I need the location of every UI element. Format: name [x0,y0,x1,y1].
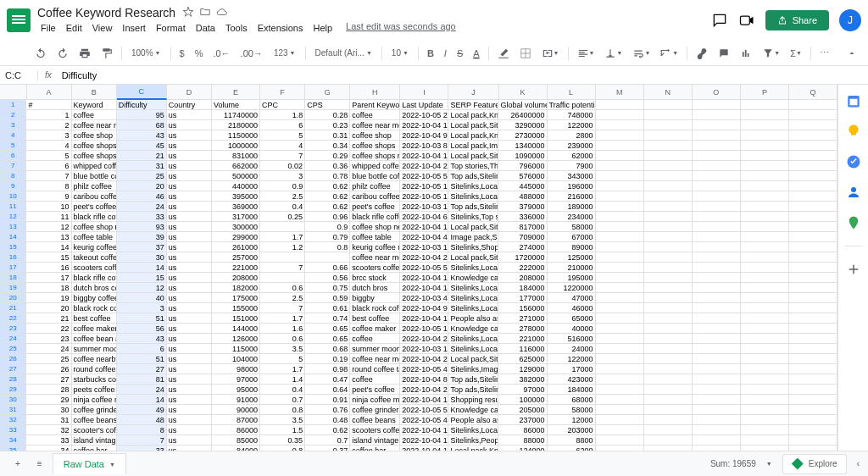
data-cell[interactable]: Top ads,Sitelinks [448,202,498,212]
data-cell[interactable] [305,252,350,263]
data-cell[interactable]: 90000 [212,405,260,415]
data-cell[interactable]: 87000 [212,415,260,425]
data-cell[interactable]: us [167,374,212,385]
data-cell[interactable]: 0.29 [305,151,350,161]
data-cell[interactable]: 6 [260,120,305,130]
percent-button[interactable]: % [191,46,208,61]
data-cell[interactable]: Local pack,Know [448,130,498,141]
data-cell[interactable]: 115000 [212,344,260,354]
data-cell[interactable]: 24000 [548,344,596,354]
data-cell[interactable]: peet's coffee [350,202,400,212]
strike-button[interactable]: S [453,46,467,61]
data-cell[interactable]: 0.31 [305,130,350,141]
data-cell[interactable]: round coffee tab [350,364,400,374]
data-cell[interactable]: 2730000 [498,130,547,141]
data-cell[interactable]: 0.62 [305,191,350,202]
data-cell[interactable]: 10 [26,202,71,212]
data-cell[interactable]: 28 [26,385,71,395]
row-header[interactable]: 17 [0,263,26,273]
data-cell[interactable]: us [167,242,212,252]
data-cell[interactable]: 33 [26,435,71,446]
data-cell[interactable]: 33 [117,212,167,222]
data-cell[interactable]: coffee [350,334,400,344]
data-cell[interactable]: coffee near me [350,252,400,263]
data-cell[interactable]: 1.4 [260,374,305,385]
data-cell[interactable]: 2022-10-04 22:3 [400,161,448,171]
header-cell[interactable]: Last Update [400,100,448,110]
borders-button[interactable] [515,45,536,62]
data-cell[interactable]: coffee shops [350,141,400,151]
data-cell[interactable]: 1.6 [260,324,305,334]
select-all-corner[interactable] [0,85,27,100]
header-cell[interactable]: SERP Features [448,100,498,110]
data-cell[interactable]: 56 [117,324,167,334]
data-cell[interactable]: 2022-10-04 9:29 [400,130,448,141]
data-cell[interactable]: best coffee [72,313,117,324]
row-header[interactable]: 18 [0,273,26,283]
data-cell[interactable]: coffee shops nea [350,151,400,161]
data-cell[interactable]: us [167,344,212,354]
data-cell[interactable]: 0.36 [305,161,350,171]
row-header[interactable]: 1 [0,100,26,110]
data-cell[interactable]: 2022-10-04 23:3 [400,385,448,395]
data-cell[interactable]: Sitelinks,Local p [448,303,498,313]
data-cell[interactable]: 662000 [212,161,260,171]
row-header[interactable]: 32 [0,415,26,425]
data-cell[interactable]: 2022-10-04 9:37 [400,303,448,313]
data-cell[interactable]: 488000 [498,191,547,202]
data-cell[interactable]: 95 [117,110,167,120]
data-cell[interactable]: us [167,191,212,202]
data-cell[interactable]: coffee beans [72,415,117,425]
column-header[interactable]: L [548,85,596,100]
data-cell[interactable]: 2022-10-05 4:13 [400,364,448,374]
data-cell[interactable]: 2022-10-03 10:4 [400,344,448,354]
data-cell[interactable]: us [167,405,212,415]
dec-increase-button[interactable]: .00→ [236,46,267,61]
data-cell[interactable]: peet's coffee [72,202,117,212]
print-button[interactable] [75,45,95,62]
contacts-icon[interactable] [846,185,861,200]
data-cell[interactable]: best coffee [350,313,400,324]
data-cell[interactable]: 6200 [548,446,596,451]
header-cell[interactable]: # [26,100,71,110]
add-sheet-button[interactable]: + [8,456,27,472]
data-cell[interactable]: us [167,151,212,161]
data-cell[interactable]: 88000 [498,435,547,446]
header-cell[interactable]: Parent Keyword [350,100,400,110]
data-cell[interactable]: 2022-10-04 15:4 [400,313,448,324]
data-cell[interactable]: us [167,354,212,364]
data-cell[interactable]: us [167,334,212,344]
data-cell[interactable]: coffee bean and [72,334,117,344]
data-cell[interactable]: coffee [350,110,400,120]
data-cell[interactable]: 48 [117,415,167,425]
row-header[interactable]: 24 [0,334,26,344]
data-cell[interactable]: 2022-10-04 17:0 [400,151,448,161]
data-cell[interactable]: 2022-10-04 20:0 [400,334,448,344]
data-cell[interactable]: 129000 [498,364,547,374]
data-cell[interactable]: Knowledge card [448,273,498,283]
data-cell[interactable]: 184000 [548,385,596,395]
column-header[interactable]: O [693,85,741,100]
data-cell[interactable]: 2.5 [260,191,305,202]
data-cell[interactable]: 317000 [212,212,260,222]
data-cell[interactable]: 2022-10-05 15:0 [400,191,448,202]
data-cell[interactable]: 4 [260,141,305,151]
data-cell[interactable]: 9 [26,191,71,202]
data-cell[interactable]: 0.37 [305,446,350,451]
data-cell[interactable]: 257000 [212,252,260,263]
data-cell[interactable]: 0.96 [305,212,350,222]
data-cell[interactable]: 144000 [212,324,260,334]
data-cell[interactable]: 271000 [498,313,547,324]
data-cell[interactable]: People also ask, [448,415,498,425]
data-cell[interactable]: 2022-10-04 8:27 [400,374,448,385]
data-cell[interactable]: 27 [26,374,71,385]
data-cell[interactable]: 95000 [212,385,260,395]
data-cell[interactable]: us [167,395,212,405]
data-cell[interactable]: ninja coffee mak [350,395,400,405]
data-cell[interactable]: caribou coffee [72,191,117,202]
star-icon[interactable] [182,6,194,19]
data-cell[interactable]: us [167,222,212,232]
font-dropdown[interactable]: Default (Ari...▼ [310,47,377,59]
data-cell[interactable]: 0.8 [260,446,305,451]
data-cell[interactable]: 379000 [498,202,547,212]
